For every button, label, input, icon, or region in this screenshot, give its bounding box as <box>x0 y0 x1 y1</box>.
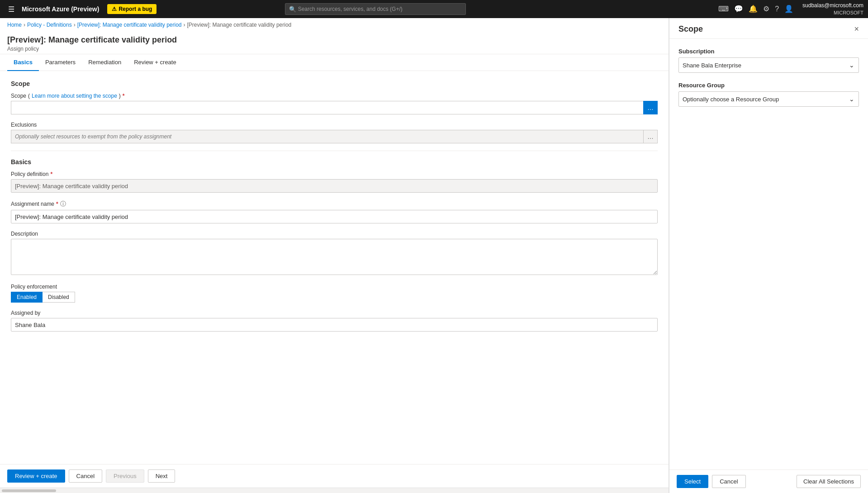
scope-input[interactable] <box>11 101 643 114</box>
assigned-by-label: Assigned by <box>11 310 658 316</box>
breadcrumb-sep-1: › <box>24 22 25 28</box>
scrollbar[interactable] <box>0 488 669 493</box>
assignment-name-group: Assignment name * ⓘ <box>11 200 658 223</box>
policy-def-label: Policy definition * <box>11 171 658 177</box>
resource-group-group: Resource Group Optionally choose a Resou… <box>678 82 859 107</box>
exclusions-browse-button[interactable]: … <box>643 130 658 143</box>
report-bug-button[interactable]: ⚠ Report a bug <box>107 4 157 14</box>
scope-select-button[interactable]: Select <box>677 475 708 488</box>
subscription-label: Subscription <box>678 48 859 55</box>
scope-panel-close-button[interactable]: × <box>854 24 859 34</box>
scope-panel-body: Subscription Shane Bala Enterprise Resou… <box>669 39 868 469</box>
scope-cancel-button[interactable]: Cancel <box>712 475 745 488</box>
subscription-group: Subscription Shane Bala Enterprise <box>678 48 859 73</box>
topbar-icons: ⌨ 💬 🔔 ⚙ ? 👤 sudbalas@microsoft.com MICRO… <box>718 2 863 16</box>
bottom-bar: Review + create Cancel Previous Next <box>0 464 669 488</box>
exclusions-group: Exclusions … <box>11 122 658 143</box>
main-layout: Home › Policy - Definitions › [Preview]:… <box>0 18 868 493</box>
divider-1 <box>11 151 658 151</box>
terminal-icon[interactable]: ⌨ <box>718 5 729 13</box>
user-info: sudbalas@microsoft.com MICROSOFT <box>802 2 863 16</box>
scope-required: * <box>123 93 125 99</box>
basics-section-title: Basics <box>11 158 658 166</box>
breadcrumb-sep-3: › <box>184 22 185 28</box>
tab-remediation[interactable]: Remediation <box>82 54 128 71</box>
form-area: Scope Scope (Learn more about setting th… <box>0 71 669 464</box>
content-panel: Home › Policy - Definitions › [Preview]:… <box>0 18 669 493</box>
policy-enforcement-group: Policy enforcement Enabled Disabled <box>11 284 658 303</box>
tab-review-create[interactable]: Review + create <box>128 54 183 71</box>
breadcrumb-policy-definitions[interactable]: Policy - Definitions <box>27 22 72 28</box>
scope-label: Scope (Learn more about setting the scop… <box>11 93 658 99</box>
assigned-by-input[interactable] <box>11 318 658 332</box>
breadcrumb: Home › Policy - Definitions › [Preview]:… <box>0 18 669 32</box>
clear-all-button[interactable]: Clear All Selections <box>797 475 861 488</box>
feedback-icon[interactable]: 💬 <box>734 5 743 13</box>
assignment-name-label: Assignment name * ⓘ <box>11 200 658 208</box>
scope-section-title: Scope <box>11 80 658 87</box>
page-title: [Preview]: Manage certificate validity p… <box>7 35 661 45</box>
scope-panel-header: Scope × <box>669 18 868 39</box>
cancel-button[interactable]: Cancel <box>69 469 102 483</box>
enforcement-toggle: Enabled Disabled <box>11 292 658 303</box>
resource-group-select[interactable]: Optionally choose a Resource Group <box>678 91 859 107</box>
notification-icon[interactable]: 🔔 <box>749 5 758 13</box>
page-header: [Preview]: Manage certificate validity p… <box>0 32 669 54</box>
page-subtitle: Assign policy <box>7 46 661 52</box>
tab-basics[interactable]: Basics <box>7 54 39 71</box>
previous-button: Previous <box>106 469 144 483</box>
resource-group-label: Resource Group <box>678 82 859 89</box>
tabs: Basics Parameters Remediation Review + c… <box>0 54 669 71</box>
next-button[interactable]: Next <box>148 469 175 483</box>
scope-panel-title: Scope <box>678 24 703 34</box>
topbar: ☰ Microsoft Azure (Preview) ⚠ Report a b… <box>0 0 868 18</box>
scrollbar-thumb[interactable] <box>2 489 56 492</box>
help-icon[interactable]: ? <box>775 5 779 13</box>
scope-link[interactable]: Learn more about setting the scope <box>32 93 117 99</box>
enforcement-enabled-button[interactable]: Enabled <box>11 292 43 303</box>
breadcrumb-policy-name[interactable]: [Preview]: Manage certificate validity p… <box>77 22 182 28</box>
scope-panel: Scope × Subscription Shane Bala Enterpri… <box>669 18 868 493</box>
assigned-by-group: Assigned by <box>11 310 658 332</box>
subscription-select[interactable]: Shane Bala Enterprise <box>678 57 859 73</box>
review-create-button[interactable]: Review + create <box>7 469 65 483</box>
scope-browse-button[interactable]: … <box>643 101 658 114</box>
description-textarea[interactable] <box>11 239 658 275</box>
assignment-name-info-icon[interactable]: ⓘ <box>60 200 66 208</box>
subscription-select-wrapper: Shane Bala Enterprise <box>678 57 859 73</box>
scope-bottom-bar: Select Cancel Clear All Selections <box>669 469 868 493</box>
brand-label: Microsoft Azure (Preview) <box>22 5 99 13</box>
search-input[interactable] <box>298 6 462 12</box>
search-icon: 🔍 <box>289 6 296 13</box>
settings-icon[interactable]: ⚙ <box>763 5 769 13</box>
description-label: Description <box>11 231 658 237</box>
assignment-name-input[interactable] <box>11 210 658 223</box>
breadcrumb-home[interactable]: Home <box>7 22 22 28</box>
scope-bottom-left: Select Cancel <box>677 475 746 488</box>
warning-icon: ⚠ <box>112 6 117 12</box>
breadcrumb-sep-2: › <box>74 22 76 28</box>
hamburger-icon[interactable]: ☰ <box>5 3 18 15</box>
scope-input-row: … <box>11 101 658 114</box>
exclusions-input[interactable] <box>11 130 643 143</box>
enforcement-disabled-button[interactable]: Disabled <box>43 292 75 303</box>
search-bar[interactable]: 🔍 <box>285 3 466 15</box>
breadcrumb-current: [Preview]: Manage certificate validity p… <box>187 22 292 28</box>
description-group: Description <box>11 231 658 276</box>
resource-group-select-wrapper: Optionally choose a Resource Group <box>678 91 859 107</box>
policy-def-input <box>11 179 658 193</box>
user-icon[interactable]: 👤 <box>784 5 793 13</box>
tab-parameters[interactable]: Parameters <box>39 54 82 71</box>
scope-group: Scope (Learn more about setting the scop… <box>11 93 658 114</box>
exclusions-label: Exclusions <box>11 122 658 128</box>
policy-def-group: Policy definition * <box>11 171 658 193</box>
exclusions-input-row: … <box>11 130 658 143</box>
policy-enforcement-label: Policy enforcement <box>11 284 658 290</box>
